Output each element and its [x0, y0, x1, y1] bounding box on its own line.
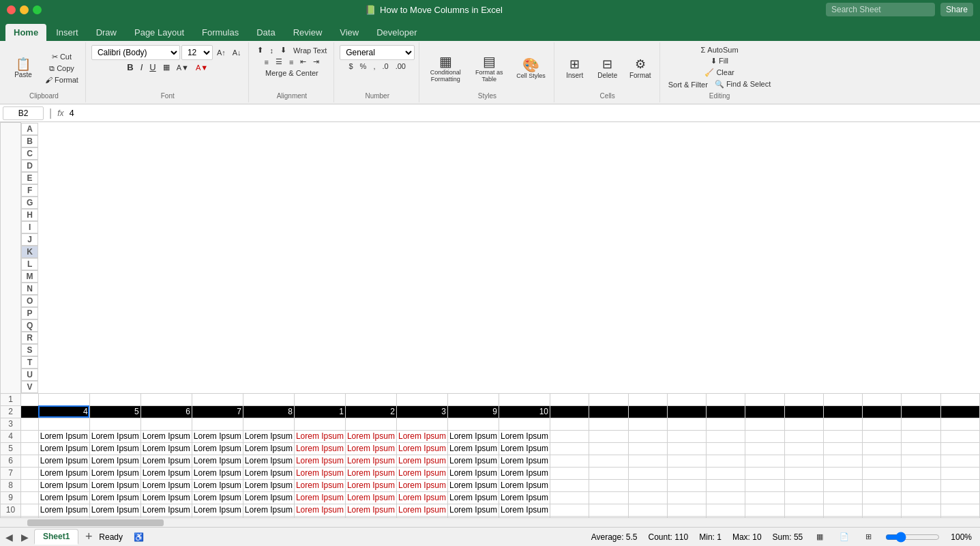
cell-Q4[interactable] — [745, 430, 784, 442]
cell-L7[interactable] — [550, 467, 589, 479]
cell-N10[interactable] — [628, 504, 667, 516]
cell-A4[interactable] — [21, 430, 39, 442]
cell-J7[interactable]: Lorem Ipsum — [447, 467, 499, 479]
cell-Q6[interactable] — [745, 455, 784, 467]
cell-G10[interactable]: Lorem Ipsum — [294, 504, 345, 516]
cell-E3[interactable] — [192, 418, 243, 430]
cell-L2[interactable] — [550, 405, 589, 418]
cell-H1[interactable] — [345, 393, 396, 405]
col-header-L[interactable]: L — [21, 258, 38, 270]
cell-D8[interactable]: Lorem Ipsum — [140, 479, 192, 491]
cell-M5[interactable] — [589, 442, 628, 455]
tab-insert[interactable]: Insert — [48, 24, 87, 41]
cell-O10[interactable] — [667, 504, 706, 516]
cell-E7[interactable]: Lorem Ipsum — [192, 467, 243, 479]
tab-home[interactable]: Home — [5, 24, 46, 41]
increase-indent-button[interactable]: ⇥ — [310, 57, 322, 67]
cell-A3[interactable] — [21, 418, 39, 430]
col-header-M[interactable]: M — [21, 270, 38, 283]
col-header-K[interactable]: K — [21, 246, 38, 258]
cell-H9[interactable]: Lorem Ipsum — [345, 491, 396, 504]
cell-B3[interactable] — [38, 418, 89, 430]
cell-M1[interactable] — [589, 393, 628, 405]
align-bottom-button[interactable]: ⬇ — [278, 45, 289, 55]
cell-L6[interactable] — [550, 455, 589, 467]
close-button[interactable] — [7, 5, 16, 14]
cell-H5[interactable]: Lorem Ipsum — [345, 442, 396, 455]
cell-Q3[interactable] — [745, 418, 784, 430]
col-header-Q[interactable]: Q — [21, 319, 38, 332]
cell-D10[interactable]: Lorem Ipsum — [140, 504, 192, 516]
cell-B4[interactable]: Lorem Ipsum — [38, 430, 89, 442]
cell-E9[interactable]: Lorem Ipsum — [192, 491, 243, 504]
minimize-button[interactable] — [20, 5, 29, 14]
col-header-S[interactable]: S — [21, 344, 38, 356]
decrease-font-button[interactable]: A↓ — [230, 48, 244, 57]
cell-H3[interactable] — [345, 418, 396, 430]
cell-V1[interactable] — [940, 393, 979, 405]
cell-F2[interactable]: 8 — [243, 405, 294, 418]
cell-S3[interactable] — [823, 418, 862, 430]
cell-I1[interactable] — [396, 393, 447, 405]
add-sheet-button[interactable]: + — [81, 530, 96, 545]
fill-color-button[interactable]: A▼ — [174, 63, 192, 72]
cell-T9[interactable] — [863, 491, 902, 504]
find-select-button[interactable]: 🔍 Find & Select — [712, 79, 773, 89]
sort-filter-button[interactable]: Sort & Filter — [666, 80, 711, 89]
share-button[interactable]: Share — [940, 3, 973, 16]
cell-R1[interactable] — [784, 393, 823, 405]
cell-N2[interactable] — [628, 405, 667, 418]
percent-button[interactable]: % — [357, 61, 370, 71]
cell-L8[interactable] — [550, 479, 589, 491]
cell-P2[interactable] — [707, 405, 745, 418]
cell-B10[interactable]: Lorem Ipsum — [38, 504, 89, 516]
cell-C6[interactable]: Lorem Ipsum — [89, 455, 140, 467]
decrease-indent-button[interactable]: ⇤ — [297, 57, 309, 67]
cell-V3[interactable] — [940, 418, 979, 430]
cell-C9[interactable]: Lorem Ipsum — [89, 491, 140, 504]
cell-T4[interactable] — [863, 430, 902, 442]
cell-K1[interactable] — [499, 393, 550, 405]
cell-K2[interactable]: 10 — [499, 405, 550, 418]
cell-C5[interactable]: Lorem Ipsum — [89, 442, 140, 455]
col-header-B[interactable]: B — [21, 135, 38, 147]
cell-J10[interactable]: Lorem Ipsum — [447, 504, 499, 516]
cell-Q5[interactable] — [745, 442, 784, 455]
insert-button[interactable]: ⊞ Insert — [560, 55, 590, 81]
cell-I8[interactable]: Lorem Ipsum — [396, 479, 447, 491]
cell-C2[interactable]: 5 — [89, 405, 140, 418]
cell-I9[interactable]: Lorem Ipsum — [396, 491, 447, 504]
cell-R3[interactable] — [784, 418, 823, 430]
cell-O4[interactable] — [667, 430, 706, 442]
wrap-text-button[interactable]: Wrap Text — [291, 46, 329, 55]
cell-N9[interactable] — [628, 491, 667, 504]
col-header-D[interactable]: D — [21, 160, 38, 172]
cell-G5[interactable]: Lorem Ipsum — [294, 442, 345, 455]
cell-G4[interactable]: Lorem Ipsum — [294, 430, 345, 442]
page-break-view-button[interactable]: ⊞ — [863, 532, 874, 542]
cell-F8[interactable]: Lorem Ipsum — [243, 479, 294, 491]
cell-D5[interactable]: Lorem Ipsum — [140, 442, 192, 455]
cell-J4[interactable]: Lorem Ipsum — [447, 430, 499, 442]
cell-J9[interactable]: Lorem Ipsum — [447, 491, 499, 504]
cell-P10[interactable] — [707, 504, 745, 516]
tab-draw[interactable]: Draw — [88, 24, 125, 41]
cell-F9[interactable]: Lorem Ipsum — [243, 491, 294, 504]
currency-button[interactable]: $ — [346, 61, 355, 71]
increase-decimal-button[interactable]: .00 — [393, 61, 409, 71]
cell-O8[interactable] — [667, 479, 706, 491]
cell-T10[interactable] — [863, 504, 902, 516]
cell-M4[interactable] — [589, 430, 628, 442]
underline-button[interactable]: U — [147, 61, 158, 73]
cell-J8[interactable]: Lorem Ipsum — [447, 479, 499, 491]
cell-R8[interactable] — [784, 479, 823, 491]
row-num-9[interactable]: 9 — [1, 491, 21, 504]
cell-O2[interactable] — [667, 405, 706, 418]
sheet-nav-left[interactable]: ◀ — [3, 530, 16, 544]
cell-U6[interactable] — [902, 455, 940, 467]
cell-P6[interactable] — [707, 455, 745, 467]
cut-button[interactable]: ✂ Cut — [42, 52, 81, 62]
decrease-decimal-button[interactable]: .0 — [379, 61, 391, 71]
cell-U5[interactable] — [902, 442, 940, 455]
cell-A5[interactable] — [21, 442, 39, 455]
